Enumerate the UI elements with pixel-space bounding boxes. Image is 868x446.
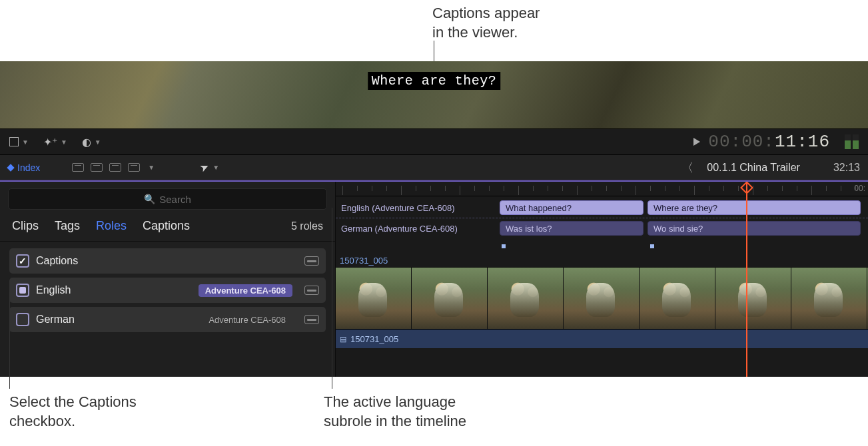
audio-clip-label: 150731_005 bbox=[350, 334, 398, 344]
chevron-down-icon: ▼ bbox=[95, 138, 101, 146]
chevron-down-icon: ▼ bbox=[148, 164, 155, 171]
transport-toolbar: ▼ ✦⁺▼ ◐▼ 00:00:11:16 bbox=[0, 128, 868, 155]
audio-clip[interactable]: ▤ 150731_005 bbox=[336, 330, 868, 348]
video-clip[interactable] bbox=[336, 267, 868, 330]
lane-track[interactable]: What happened? Where are they? bbox=[493, 199, 868, 216]
diamond-icon bbox=[7, 164, 14, 171]
thumb bbox=[336, 268, 412, 329]
roles-list: Captions English Adventure CEA-608 Germa… bbox=[0, 242, 335, 339]
project-title[interactable]: 00.1.1 China Trailer bbox=[707, 162, 800, 174]
thumb bbox=[640, 268, 715, 329]
english-checkbox[interactable] bbox=[16, 284, 29, 297]
role-badge-english: Adventure CEA-608 bbox=[199, 284, 292, 297]
viewer-caption-overlay: Where are they? bbox=[368, 72, 501, 90]
search-input[interactable]: 🔍 Search bbox=[8, 188, 327, 210]
annotation-leader-line bbox=[332, 208, 332, 389]
chevron-down-icon: ▼ bbox=[61, 138, 67, 146]
timeline-back-button[interactable]: 〈 bbox=[681, 160, 693, 176]
annotation-captions-checkbox: Select the Captions checkbox. bbox=[9, 393, 209, 431]
crop-tool[interactable]: ▼ bbox=[9, 137, 29, 146]
role-label: Captions bbox=[36, 255, 78, 267]
lane-icon[interactable] bbox=[304, 256, 319, 266]
caption-clip[interactable]: Wo sind sie? bbox=[648, 221, 861, 236]
primary-storyline: 150731_005 ▤ 150731_005 bbox=[336, 254, 868, 348]
playhead-line[interactable] bbox=[746, 182, 747, 377]
tab-tags[interactable]: Tags bbox=[55, 219, 80, 233]
search-icon: 🔍 bbox=[144, 194, 155, 204]
caption-clip[interactable]: Was ist los? bbox=[500, 221, 644, 236]
lane-icon[interactable] bbox=[304, 315, 319, 324]
video-clip-label: 150731_005 bbox=[336, 254, 868, 267]
thumb bbox=[488, 268, 564, 329]
caption-clip[interactable]: What happened? bbox=[500, 200, 644, 215]
enhance-tool[interactable]: ✦⁺▼ bbox=[43, 136, 67, 148]
insert-clip-icon[interactable] bbox=[91, 163, 103, 172]
index-toggle[interactable]: Index bbox=[8, 162, 40, 173]
annotation-viewer-caption: Captions appear in the viewer. bbox=[432, 4, 540, 42]
marker-icon[interactable] bbox=[502, 244, 506, 248]
role-badge-german: Adventure CEA-608 bbox=[202, 314, 292, 326]
search-placeholder: Search bbox=[159, 194, 191, 205]
work-area: 🔍 Search Clips Tags Roles Captions 5 rol… bbox=[0, 180, 868, 377]
annotation-active-subrole: The active language subrole in the timel… bbox=[324, 393, 537, 431]
caption-lanes: English (Adventure CEA-608) What happene… bbox=[336, 196, 868, 238]
project-duration: 32:13 bbox=[833, 162, 860, 174]
german-checkbox[interactable] bbox=[16, 313, 29, 326]
tab-clips[interactable]: Clips bbox=[12, 219, 39, 233]
caption-clip[interactable]: Where are they? bbox=[648, 200, 861, 215]
role-row-german[interactable]: German Adventure CEA-608 bbox=[9, 307, 326, 332]
thumb bbox=[564, 268, 640, 329]
timeline-header-bar: Index ▼ ➤▼ 〈 00.1.1 China Trailer 32:13 bbox=[0, 155, 868, 180]
tab-roles[interactable]: Roles bbox=[96, 219, 127, 233]
index-tabs: Clips Tags Roles Captions 5 roles bbox=[0, 215, 335, 242]
thumb bbox=[412, 268, 488, 329]
lane-icon[interactable] bbox=[304, 286, 319, 295]
lane-label: German (Adventure CEA-608) bbox=[336, 224, 493, 234]
lane-label: English (Adventure CEA-608) bbox=[336, 203, 493, 213]
lane-divider bbox=[336, 218, 868, 218]
play-button[interactable] bbox=[693, 138, 700, 146]
audio-meters bbox=[845, 134, 859, 149]
chevron-down-icon: ▼ bbox=[22, 138, 29, 146]
chevron-down-icon: ▼ bbox=[213, 164, 219, 171]
role-row-captions[interactable]: Captions bbox=[9, 248, 326, 274]
lane-track[interactable]: Was ist los? Wo sind sie? bbox=[493, 220, 868, 237]
timeline[interactable]: 00: English (Adventure CEA-608) What hap… bbox=[336, 182, 868, 377]
role-label: German bbox=[36, 314, 75, 326]
marker-icon[interactable] bbox=[650, 244, 654, 248]
index-panel: 🔍 Search Clips Tags Roles Captions 5 rol… bbox=[0, 182, 336, 377]
tab-captions[interactable]: Captions bbox=[143, 219, 190, 233]
gauge-icon: ◐ bbox=[82, 136, 91, 148]
role-row-english[interactable]: English Adventure CEA-608 bbox=[9, 278, 326, 303]
retime-tool[interactable]: ◐▼ bbox=[82, 136, 101, 148]
filmstrip-icon: ▤ bbox=[340, 335, 346, 343]
role-label: English bbox=[36, 284, 71, 296]
append-clip-icon[interactable] bbox=[109, 163, 121, 172]
overwrite-clip-icon[interactable] bbox=[128, 163, 140, 172]
thumb bbox=[791, 268, 867, 329]
captions-checkbox[interactable] bbox=[16, 254, 29, 268]
timecode-display[interactable]: 00:00:11:16 bbox=[708, 132, 830, 152]
thumb bbox=[715, 268, 791, 329]
select-tool[interactable]: ➤ bbox=[198, 160, 211, 175]
roles-count: 5 roles bbox=[291, 220, 323, 232]
connect-clip-icon[interactable] bbox=[72, 163, 84, 172]
viewer: Where are they? bbox=[0, 61, 868, 128]
index-label: Index bbox=[17, 162, 40, 173]
app-window: Where are they? ▼ ✦⁺▼ ◐▼ 00:00:11:16 Ind… bbox=[0, 61, 868, 377]
caption-lane-german[interactable]: German (Adventure CEA-608) Was ist los? … bbox=[336, 220, 868, 237]
caption-lane-english[interactable]: English (Adventure CEA-608) What happene… bbox=[336, 199, 868, 216]
timeline-ruler[interactable]: 00: bbox=[336, 182, 868, 196]
annotation-leader-line bbox=[9, 292, 10, 389]
